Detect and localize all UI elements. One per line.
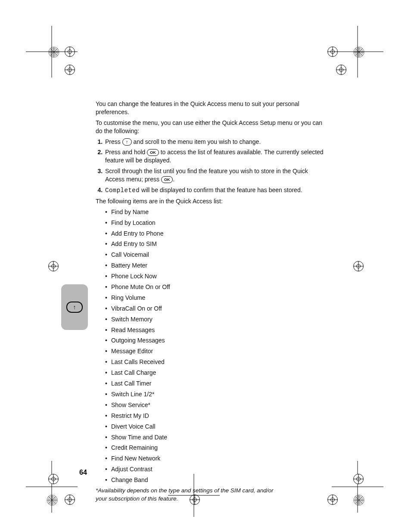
list-item: Ring Volume (105, 294, 324, 302)
list-item: Show Time and Date (105, 433, 324, 442)
up-arrow-icon: ↑ (66, 302, 83, 313)
step-4: Completed will be displayed to confirm t… (104, 186, 324, 195)
ok-key-icon: OK (147, 149, 159, 156)
registration-mark-icon (353, 261, 364, 271)
step-text: Press (105, 138, 122, 145)
registration-mark-icon (327, 495, 338, 505)
list-item: Divert Voice Call (105, 423, 324, 431)
list-item: Last Call Charge (105, 369, 324, 377)
list-intro: The following items are in the Quick Acc… (96, 197, 324, 205)
intro-paragraph: You can change the features in the Quick… (96, 100, 324, 116)
ok-key-icon: OK (161, 176, 173, 183)
feature-list: Find by NameFind by LocationAdd Entry to… (96, 208, 324, 484)
registration-mark-icon (65, 65, 75, 75)
list-item: VibraCall On or Off (105, 305, 324, 313)
footnote: *Availability depends on the type and se… (96, 487, 281, 503)
step-3: Scroll through the list until you find t… (104, 167, 324, 184)
list-item: Last Calls Received (105, 358, 324, 366)
list-item: Switch Line 1/2* (105, 390, 324, 398)
registration-mark-icon (353, 474, 364, 484)
up-key-icon (122, 138, 132, 146)
list-item: Battery Meter (105, 261, 324, 270)
spiral-icon (47, 495, 58, 506)
registration-mark-icon (327, 47, 338, 57)
list-item: Last Call Timer (105, 380, 324, 388)
list-item: Adjust Contrast (105, 465, 324, 473)
registration-mark-icon (65, 47, 75, 57)
list-item: Add Entry to SIM (105, 240, 324, 248)
registration-mark-icon (48, 474, 59, 484)
list-item: Show Service* (105, 401, 324, 409)
step-text: . (173, 176, 174, 183)
section-tab: ↑ (61, 284, 88, 330)
list-item: Credit Remaining (105, 444, 324, 452)
registration-mark-icon (48, 261, 59, 271)
list-item: Read Messages (105, 326, 324, 334)
step-text: Press and hold (105, 149, 147, 156)
instruction-steps: Press and scroll to the menu item you wi… (96, 138, 324, 195)
list-item: Phone Lock Now (105, 272, 324, 280)
spiral-icon (353, 47, 364, 58)
step-text: and scroll to the menu item you wish to … (132, 138, 261, 145)
page: ↑ You can change the features in the Qui… (0, 0, 411, 532)
list-item: Phone Mute On or Off (105, 283, 324, 291)
step-mono-text: Completed (105, 187, 140, 194)
body-text: You can change the features in the Quick… (96, 100, 324, 506)
registration-mark-icon (336, 65, 346, 75)
list-item: Message Editor (105, 347, 324, 355)
list-item: Restrict My ID (105, 412, 324, 420)
spiral-icon (353, 495, 364, 506)
page-number: 64 (79, 469, 87, 476)
list-item: Outgoing Messages (105, 336, 324, 345)
list-item: Find by Name (105, 208, 324, 216)
list-item: Call Voicemail (105, 251, 324, 259)
step-1: Press and scroll to the menu item you wi… (104, 138, 324, 146)
list-item: Switch Memory (105, 315, 324, 324)
step-2: Press and hold OK to access the list of … (104, 148, 324, 165)
list-item: Find New Network (105, 454, 324, 463)
intro-paragraph: To customise the menu, you can use eithe… (96, 119, 324, 135)
list-item: Change Band (105, 476, 324, 484)
step-text: Scroll through the list until you find t… (105, 168, 308, 183)
list-item: Add Entry to Phone (105, 230, 324, 238)
registration-mark-icon (65, 495, 75, 505)
list-item: Find by Location (105, 219, 324, 227)
spiral-icon (48, 47, 59, 58)
step-text: will be displayed to confirm that the fe… (140, 187, 302, 193)
